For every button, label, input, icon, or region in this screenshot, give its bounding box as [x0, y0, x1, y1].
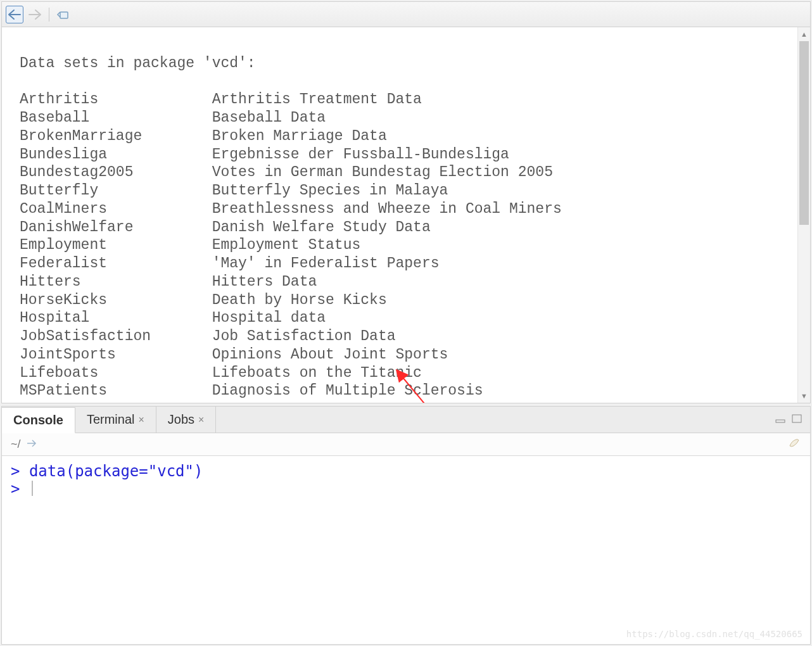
dataset-name: Baseball: [20, 109, 212, 127]
tab-bar: Console Terminal × Jobs ×: [2, 407, 810, 433]
dataset-name: Hitters: [20, 273, 212, 291]
dataset-name: HorseKicks: [20, 291, 212, 310]
dataset-row: HorseKicksDeath by Horse Kicks: [20, 291, 791, 310]
dataset-row: EmploymentEmployment Status: [20, 236, 791, 255]
dataset-name: CoalMiners: [20, 200, 212, 218]
dataset-name: DanishWelfare: [20, 218, 212, 237]
dataset-row: NonResponseNon-Response Survey Data: [20, 400, 791, 403]
dataset-description: Breathlessness and Wheeze in Coal Miners: [212, 201, 562, 217]
dataset-description: Ergebnisse der Fussball-Bundesliga: [212, 146, 509, 163]
scroll-down-icon[interactable]: ▼: [798, 389, 810, 403]
dataset-description: Opinions About Joint Sports: [212, 346, 448, 363]
dataset-name: Bundestag2005: [20, 163, 212, 182]
help-viewer-pane: Data sets in package 'vcd': ArthritisArt…: [1, 1, 811, 403]
close-icon[interactable]: ×: [138, 414, 144, 426]
dataset-description: 'May' in Federalist Papers: [212, 255, 440, 272]
console-command: data(package="vcd"): [29, 462, 203, 480]
dataset-row: ArthritisArthritis Treatment Data: [20, 91, 791, 109]
dataset-row: JointSportsOpinions About Joint Sports: [20, 346, 791, 364]
dataset-description: Danish Welfare Study Data: [212, 219, 431, 236]
dataset-name: NonResponse: [20, 400, 212, 403]
close-icon[interactable]: ×: [198, 414, 204, 426]
svg-rect-3: [792, 415, 801, 422]
dataset-name: Lifeboats: [20, 364, 212, 383]
tab-terminal[interactable]: Terminal ×: [75, 407, 156, 433]
dataset-name: BrokenMarriage: [20, 127, 212, 146]
dataset-row: ButterflyButterfly Species in Malaya: [20, 182, 791, 200]
clear-console-icon[interactable]: [787, 437, 801, 452]
dataset-description: Votes in German Bundestag Election 2005: [212, 164, 553, 180]
dataset-name: JointSports: [20, 346, 212, 364]
dataset-row: MSPatientsDiagnosis of Multiple Sclerosi…: [20, 382, 791, 400]
dataset-name: Hospital: [20, 309, 212, 327]
prompt-symbol: >: [11, 462, 20, 480]
vertical-scrollbar[interactable]: ▲ ▼: [797, 27, 810, 403]
dataset-description: Death by Horse Kicks: [212, 292, 387, 308]
dataset-row: HospitalHospital data: [20, 309, 791, 327]
dataset-description: Hospital data: [212, 310, 326, 326]
dataset-row: BrokenMarriageBroken Marriage Data: [20, 127, 791, 146]
help-header-line: Data sets in package 'vcd':: [20, 55, 256, 72]
minimize-pane-icon[interactable]: [775, 414, 787, 426]
tab-label: Terminal: [87, 412, 135, 427]
dataset-description: Non-Response Survey Data: [212, 401, 422, 403]
dataset-row: DanishWelfareDanish Welfare Study Data: [20, 218, 791, 237]
dataset-name: Butterfly: [20, 182, 212, 200]
prompt-symbol: >: [11, 480, 20, 498]
popout-window-button[interactable]: [54, 6, 72, 23]
tab-console[interactable]: Console: [2, 407, 75, 433]
tab-label: Console: [13, 413, 63, 428]
toolbar-separator: [49, 8, 49, 22]
dataset-row: LifeboatsLifeboats on the Titanic: [20, 364, 791, 383]
dataset-name: Arthritis: [20, 91, 212, 109]
go-to-directory-icon[interactable]: [26, 438, 37, 451]
dataset-description: Butterfly Species in Malaya: [212, 182, 448, 199]
working-directory: ~/: [11, 438, 21, 451]
tab-label: Jobs: [168, 412, 194, 427]
console-line: > data(package="vcd"): [11, 462, 801, 480]
dataset-name: Bundesliga: [20, 146, 212, 164]
console-path-bar: ~/: [2, 433, 810, 456]
tab-jobs[interactable]: Jobs ×: [156, 407, 217, 433]
dataset-description: Lifeboats on the Titanic: [212, 365, 422, 381]
svg-rect-0: [60, 12, 68, 18]
dataset-name: Federalist: [20, 255, 212, 273]
dataset-name: MSPatients: [20, 382, 212, 400]
watermark-text: https://blog.csdn.net/qq_44520665: [626, 629, 802, 639]
dataset-row: Bundestag2005Votes in German Bundestag E…: [20, 163, 791, 182]
dataset-description: Diagnosis of Multiple Sclerosis: [212, 383, 483, 399]
dataset-row: Federalist'May' in Federalist Papers: [20, 255, 791, 273]
dataset-row: BundesligaErgebnisse der Fussball-Bundes…: [20, 146, 791, 164]
dataset-description: Job Satisfaction Data: [212, 328, 396, 345]
dataset-name: JobSatisfaction: [20, 327, 212, 346]
dataset-description: Employment Status: [212, 237, 361, 253]
back-button[interactable]: [6, 6, 23, 23]
dataset-description: Arthritis Treatment Data: [212, 91, 422, 108]
maximize-pane-icon[interactable]: [791, 414, 804, 426]
console-line: >: [11, 480, 801, 498]
dataset-row: JobSatisfactionJob Satisfaction Data: [20, 327, 791, 346]
scroll-thumb[interactable]: [799, 41, 809, 225]
console-pane: Console Terminal × Jobs × ~/: [1, 406, 811, 645]
dataset-name: Employment: [20, 236, 212, 255]
dataset-row: HittersHitters Data: [20, 273, 791, 291]
help-content-area[interactable]: Data sets in package 'vcd': ArthritisArt…: [2, 27, 797, 403]
dataset-row: BaseballBaseball Data: [20, 109, 791, 127]
dataset-description: Hitters Data: [212, 274, 317, 290]
dataset-row: CoalMinersBreathlessness and Wheeze in C…: [20, 200, 791, 218]
dataset-description: Broken Marriage Data: [212, 128, 387, 144]
forward-button[interactable]: [26, 6, 44, 23]
text-cursor: [32, 481, 33, 496]
console-output[interactable]: > data(package="vcd") > https://blog.csd…: [2, 456, 810, 644]
svg-rect-2: [776, 420, 785, 422]
scroll-up-icon[interactable]: ▲: [798, 27, 810, 41]
help-toolbar: [2, 2, 810, 27]
dataset-description: Baseball Data: [212, 110, 326, 126]
